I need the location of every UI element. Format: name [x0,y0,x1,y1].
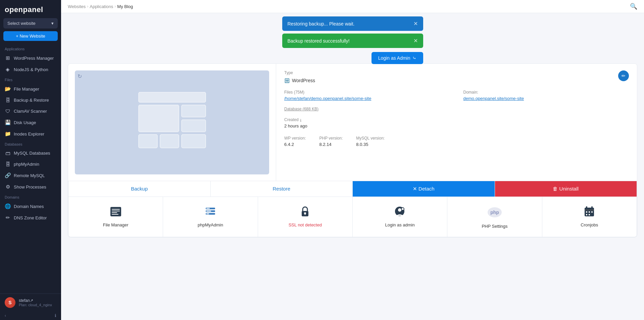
search-icon[interactable]: 🔍 [630,3,637,10]
phpmyadmin-icon [204,205,217,218]
content-area: Restoring backup... Please wait. ✕ Backu… [61,13,644,320]
svg-rect-32 [589,211,590,213]
quick-actions: File Manager phpMyAdmin [68,197,637,237]
svg-point-24 [402,208,404,210]
website-card: ↻ [68,63,637,237]
login-admin-icon [393,205,407,218]
sidebar-item-mysql-databases[interactable]: 🗃 MySQL Databases [0,148,61,159]
php-version-label: PHP version: [319,136,343,141]
detach-tab[interactable]: ✕ Detach [353,181,495,197]
svg-rect-2 [182,105,206,117]
database-label[interactable]: Database (688 KB) [284,107,318,111]
sidebar-item-disk-usage[interactable]: 💾 Disk Usage [0,117,61,128]
domain-item: Domain: demo.openpanel.site/some-site [463,90,629,101]
sidebar-item-dns-zone-editor[interactable]: ✏ DNS Zone Editor [0,212,61,223]
select-website-label: Select website [7,21,36,26]
svg-rect-30 [585,210,594,210]
website-info-row: ↻ [68,64,637,181]
restore-tab[interactable]: Restore [211,181,353,197]
sidebar-item-phpmyadmin[interactable]: 🗄 phpMyAdmin [0,159,61,170]
files-label: Files (75M) [284,90,450,95]
process-icon: ⚙ [5,184,11,190]
notification-restoring: Restoring backup... Please wait. ✕ [282,16,423,31]
sidebar-item-label: Remote MySQL [14,173,45,178]
sidebar-item-backup-restore[interactable]: 🗄 Backup & Restore [0,95,61,106]
quick-action-ssl[interactable]: SSL not detected [258,197,353,237]
quick-action-phpmyadmin[interactable]: phpMyAdmin [163,197,258,237]
login-as-admin-button[interactable]: Login as Admin ⤷ [371,52,423,64]
files-domain-row: Files (75M) /home/stefan/demo.openpanel.… [284,90,629,101]
user-plan: Plan: cloud_4_nginx [19,303,52,307]
sidebar-item-label: NodeJS & Python [14,67,48,72]
domain-label: Domain: [463,90,629,95]
quick-action-file-manager-label: File Manager [103,222,129,227]
type-value: ⊞ WordPress [284,76,315,85]
versions-row: WP version: 6.4.2 PHP version: 8.2.14 My… [284,136,629,147]
sidebar-item-domain-names[interactable]: 🌐 Domain Names [0,201,61,212]
quick-action-file-manager[interactable]: File Manager [68,197,163,237]
backup-tab[interactable]: Backup [68,181,211,197]
quick-action-cronjobs-label: Cronjobs [581,222,598,227]
edit-button[interactable]: ✏ [618,70,629,81]
sidebar-collapse-button[interactable]: ‹ ℹ [0,311,61,320]
sidebar-item-file-manager[interactable]: 📂 File Manager [0,83,61,95]
breadcrumb-root: Websites [68,4,86,9]
sidebar-item-wordpress-manager[interactable]: ⊞ WordPress Manager [0,52,61,64]
sidebar-item-remote-mysql[interactable]: 🔗 Remote MySQL [0,170,61,181]
new-website-button[interactable]: + New Website [3,31,58,41]
svg-rect-0 [139,92,206,102]
section-label-databases: Databases [0,140,61,148]
notification-close-button-2[interactable]: ✕ [413,38,418,44]
sidebar: openpanel Select website ▾ + New Website… [0,0,61,320]
nodejs-icon: ◈ [5,66,11,72]
breadcrumb-separator: › [87,4,88,9]
sidebar-item-show-processes[interactable]: ⚙ Show Processes [0,181,61,193]
uninstall-tab[interactable]: 🗑 Uninstall [495,181,637,197]
wp-version-label: WP version: [284,136,306,141]
notification-success-message: Backup restored successfully! [288,38,350,44]
mysql-version-value: 8.0.35 [356,142,385,147]
sidebar-item-clamav-scanner[interactable]: 🛡 ClamAV Scanner [0,106,61,117]
app-logo: openpanel [0,0,61,18]
chevron-down-icon: ▾ [51,21,54,26]
svg-rect-28 [586,206,587,209]
sidebar-item-label: File Manager [14,87,39,92]
select-website-dropdown[interactable]: Select website ▾ [3,18,58,29]
files-path[interactable]: /home/stefan/demo.openpanel.site/some-si… [284,96,450,101]
type-label: Type [284,70,315,75]
quick-action-cronjobs[interactable]: Cronjobs [542,197,637,237]
quick-action-login-admin[interactable]: Login as admin [353,197,447,237]
folder-icon: 📂 [5,86,11,92]
breadcrumb: Websites › Applications › My Blog [68,4,133,9]
quick-action-php-settings[interactable]: php PHP Settings [447,197,542,237]
svg-rect-20 [305,213,305,215]
notification-message: Restoring backup... Please wait. [288,21,355,26]
svg-rect-4 [139,135,157,148]
svg-rect-29 [591,206,593,209]
notification-close-button[interactable]: ✕ [413,20,418,27]
sidebar-item-nodejs-python[interactable]: ◈ NodeJS & Python [0,64,61,75]
sidebar-item-label: DNS Zone Editor [14,215,47,220]
breadcrumb-section[interactable]: Applications [90,4,113,9]
domain-value[interactable]: demo.openpanel.site/some-site [463,96,629,101]
notification-success: Backup restored successfully! ✕ [282,34,423,48]
mysql-version-label: MySQL version: [356,136,385,141]
refresh-icon[interactable]: ↻ [78,73,82,79]
svg-rect-34 [586,214,587,215]
section-label-domains: Domains [0,193,61,201]
svg-rect-35 [589,214,590,215]
breadcrumb-current: My Blog [117,4,133,9]
user-info: stefan↗ Plan: cloud_4_nginx [19,298,52,307]
shield-icon: 🛡 [5,108,11,114]
svg-point-22 [398,208,401,212]
php-settings-icon: php [487,205,502,220]
svg-text:php: php [490,210,499,215]
wireframe-illustration [125,86,219,159]
php-version-value: 8.2.14 [319,142,343,147]
globe-icon: 🌐 [5,203,11,209]
sidebar-item-label: MySQL Databases [14,151,50,156]
sidebar-item-inodes-explorer[interactable]: 📁 Inodes Explorer [0,128,61,140]
svg-rect-7 [110,207,121,216]
type-text: WordPress [292,78,315,83]
sidebar-item-label: Show Processes [14,184,46,190]
